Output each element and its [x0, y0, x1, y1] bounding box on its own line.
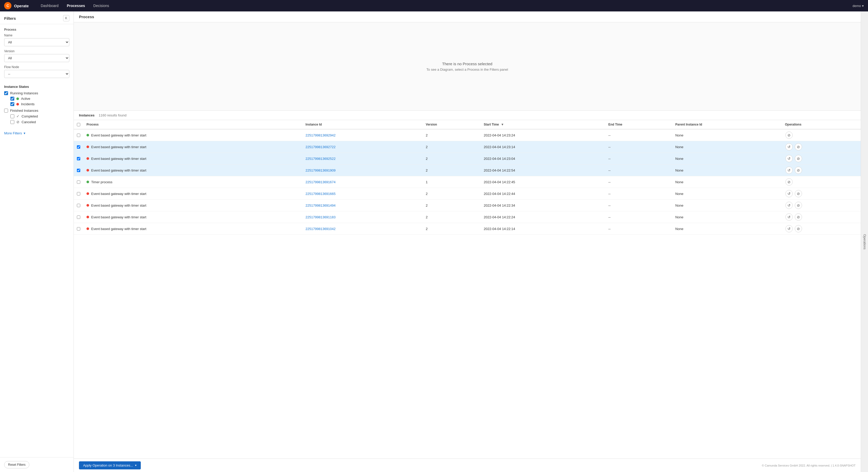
row-process: Timer process	[83, 176, 302, 188]
retry-button[interactable]: ↺	[785, 190, 793, 197]
cancel-button[interactable]: ⊘	[795, 167, 802, 174]
select-all-checkbox[interactable]	[77, 123, 80, 126]
retry-button[interactable]: ↺	[785, 155, 793, 162]
row-end-time: --	[605, 176, 672, 188]
process-name: Event based gateway with timer start	[91, 169, 146, 172]
instance-id-column-header: Instance Id	[302, 120, 423, 129]
canceled-label: Canceled	[22, 120, 36, 124]
canceled-icon: ⊘	[17, 120, 20, 124]
nav-dashboard[interactable]: Dashboard	[37, 2, 62, 9]
retry-button[interactable]: ↺	[785, 213, 793, 221]
row-start-time: 2022-04-04 14:22:44	[481, 188, 606, 200]
retry-button[interactable]: ↺	[785, 202, 793, 209]
row-instance-id: 2251799813691183	[302, 211, 423, 223]
start-time-sort-icon[interactable]: ▼	[501, 123, 504, 126]
row-process: Event based gateway with timer start	[83, 211, 302, 223]
apply-bar: Apply Operation on 3 Instances... ▾ © Ca…	[74, 459, 861, 472]
row-instance-id: 2251799813691909	[302, 165, 423, 176]
row-checkbox-cell	[74, 176, 83, 188]
row-checkbox[interactable]	[77, 227, 80, 231]
row-checkbox[interactable]	[77, 157, 80, 160]
instance-id-link[interactable]: 2251799813692522	[305, 157, 336, 160]
row-checkbox[interactable]	[77, 180, 80, 184]
retry-button[interactable]: ↺	[785, 225, 793, 232]
row-version: 2	[423, 129, 480, 141]
sidebar-title: Filters	[4, 16, 16, 21]
row-parent-instance-id: None	[672, 129, 782, 141]
active-row: Active	[10, 97, 69, 100]
top-nav: C Operate Dashboard Processes Decisions …	[0, 0, 868, 11]
instance-id-link[interactable]: 2251799813691183	[305, 215, 336, 219]
row-start-time: 2022-04-04 14:22:45	[481, 176, 606, 188]
cancel-button[interactable]: ⊘	[795, 225, 802, 232]
instances-tab-label[interactable]: Instances	[79, 113, 95, 117]
instance-id-link[interactable]: 2251799813691674	[305, 180, 336, 184]
nav-processes[interactable]: Processes	[63, 2, 89, 9]
reset-filters-button[interactable]: Reset Filters	[4, 461, 29, 468]
table-row: Event based gateway with timer start 225…	[74, 153, 861, 165]
status-dot	[87, 216, 89, 218]
version-select[interactable]: All	[4, 54, 69, 62]
apply-operation-button[interactable]: Apply Operation on 3 Instances... ▾	[79, 461, 141, 469]
row-checkbox[interactable]	[77, 169, 80, 172]
process-name: Event based gateway with timer start	[91, 227, 146, 231]
row-end-time: --	[605, 223, 672, 235]
finished-instances-checkbox[interactable]	[4, 109, 8, 113]
cancel-button[interactable]: ⊘	[795, 155, 802, 162]
sidebar: Filters K Process Name All Version All F…	[0, 11, 74, 472]
instance-id-link[interactable]: 2251799813691909	[305, 169, 336, 172]
row-parent-instance-id: None	[672, 211, 782, 223]
results-count: 1160 results found	[99, 113, 126, 117]
row-checkbox[interactable]	[77, 215, 80, 219]
canceled-row: ⊘ Canceled	[10, 120, 69, 124]
cancel-button[interactable]: ⊘	[795, 213, 802, 221]
status-dot	[87, 157, 89, 160]
row-checkbox-cell	[74, 141, 83, 153]
instance-id-link[interactable]: 2251799813691042	[305, 227, 336, 231]
user-menu[interactable]: demo ▾	[852, 4, 864, 8]
name-field-label: Name	[4, 33, 69, 37]
collapse-sidebar-button[interactable]: K	[63, 15, 69, 21]
row-checkbox[interactable]	[77, 134, 80, 137]
row-instance-id: 2251799813691665	[302, 188, 423, 200]
content-area: Process There is no Process selected To …	[74, 11, 861, 472]
more-filters-chevron: ▾	[24, 131, 26, 135]
row-checkbox[interactable]	[77, 204, 80, 207]
active-checkbox[interactable]	[10, 97, 14, 100]
cancel-button[interactable]: ⊘	[785, 178, 793, 185]
instance-id-link[interactable]: 2251799813692942	[305, 133, 336, 137]
status-dot	[87, 134, 89, 137]
row-end-time: --	[605, 165, 672, 176]
running-instances-checkbox[interactable]	[4, 91, 8, 95]
more-filters-label: More Filters	[4, 131, 22, 135]
cancel-button[interactable]: ⊘	[785, 131, 793, 139]
incidents-checkbox[interactable]	[10, 102, 14, 106]
row-version: 2	[423, 200, 480, 211]
nav-decisions[interactable]: Decisions	[90, 2, 113, 9]
canceled-checkbox[interactable]	[10, 120, 14, 124]
completed-checkbox[interactable]	[10, 114, 14, 118]
start-time-column-header: Start Time ▼	[481, 120, 606, 129]
instance-id-link[interactable]: 2251799813692722	[305, 145, 336, 149]
process-name-select[interactable]: All	[4, 38, 69, 46]
flow-node-field-label: Flow Node	[4, 65, 69, 69]
more-filters-button[interactable]: More Filters ▾	[0, 129, 73, 137]
instance-states-title: Instance States	[4, 85, 69, 89]
process-filter-section: Process Name All Version All Flow Node -…	[0, 24, 73, 81]
retry-button[interactable]: ↺	[785, 143, 793, 150]
instance-id-link[interactable]: 2251799813691494	[305, 204, 336, 207]
operations-panel[interactable]: Operations	[861, 11, 868, 472]
row-checkbox[interactable]	[77, 192, 80, 196]
row-operations: ↺ ⊘	[782, 165, 861, 176]
retry-button[interactable]: ↺	[785, 167, 793, 174]
row-operations: ↺ ⊘	[782, 188, 861, 200]
row-checkbox[interactable]	[77, 145, 80, 149]
cancel-button[interactable]: ⊘	[795, 143, 802, 150]
cancel-button[interactable]: ⊘	[795, 202, 802, 209]
row-start-time: 2022-04-04 14:22:54	[481, 165, 606, 176]
instance-id-link[interactable]: 2251799813691665	[305, 192, 336, 196]
row-version: 2	[423, 211, 480, 223]
cancel-button[interactable]: ⊘	[795, 190, 802, 197]
diagram-area: There is no Process selected To see a Di…	[74, 22, 861, 111]
flow-node-select[interactable]: --	[4, 70, 69, 78]
